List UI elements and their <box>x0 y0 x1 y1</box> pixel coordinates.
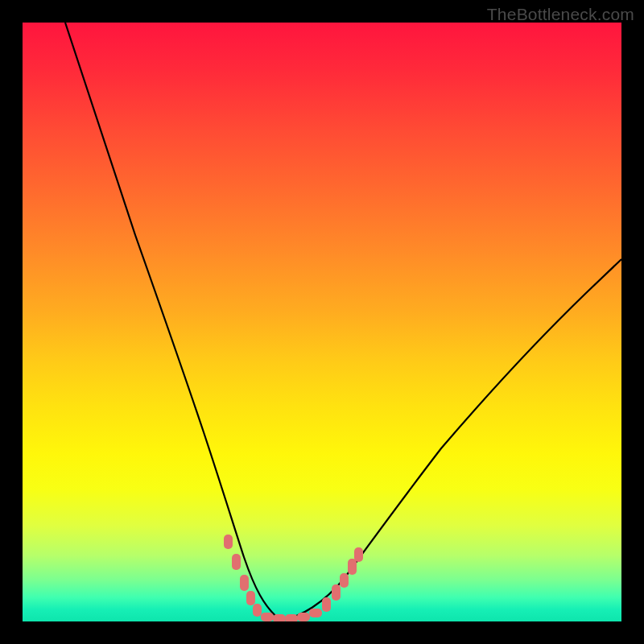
svg-rect-12 <box>340 573 349 588</box>
svg-rect-13 <box>348 559 357 575</box>
svg-rect-1 <box>232 554 241 570</box>
svg-rect-8 <box>297 613 310 621</box>
svg-rect-11 <box>332 584 341 601</box>
curve-path <box>65 23 621 620</box>
watermark-text: TheBottleneck.com <box>487 5 634 24</box>
svg-rect-6 <box>273 614 286 621</box>
svg-rect-3 <box>246 591 255 605</box>
svg-rect-9 <box>309 609 322 617</box>
svg-rect-14 <box>354 547 363 562</box>
highlight-right <box>322 547 363 612</box>
plot-area <box>23 23 621 621</box>
highlight-left <box>224 535 262 617</box>
svg-rect-0 <box>224 535 233 549</box>
svg-rect-4 <box>253 604 262 617</box>
svg-rect-7 <box>285 614 298 621</box>
svg-rect-10 <box>322 597 331 612</box>
bottleneck-curve <box>23 23 621 621</box>
svg-rect-2 <box>240 575 249 591</box>
svg-rect-5 <box>261 613 274 621</box>
